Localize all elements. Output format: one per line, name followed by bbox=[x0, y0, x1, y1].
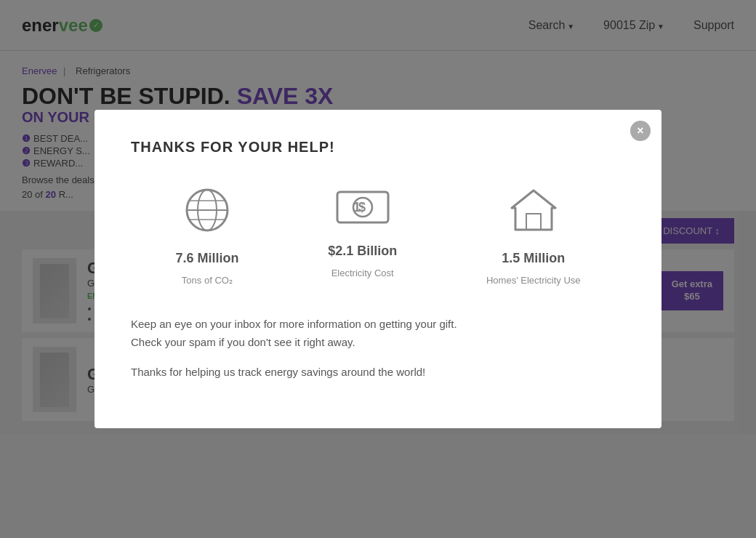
svg-text:1: 1 bbox=[353, 200, 361, 214]
modal-close-button[interactable]: × bbox=[630, 121, 651, 141]
modal: × THANKS FOR YOUR HELP! 7.6 Million Tons… bbox=[94, 110, 662, 429]
house-icon bbox=[508, 185, 559, 242]
stat-label-house: Homes' Electricity Use bbox=[486, 275, 581, 286]
stat-house: 1.5 Million Homes' Electricity Use bbox=[486, 185, 581, 286]
svg-marker-9 bbox=[512, 190, 555, 230]
stat-globe: 7.6 Million Tons of CO₂ bbox=[175, 185, 238, 286]
modal-overlay: × THANKS FOR YOUR HELP! 7.6 Million Tons… bbox=[0, 0, 756, 538]
stat-label-money: Electricity Cost bbox=[331, 268, 394, 278]
modal-message-line3: Thanks for helping us track energy savin… bbox=[131, 363, 625, 382]
globe-icon bbox=[182, 185, 233, 242]
modal-message: Keep an eye on your inbox for more infor… bbox=[131, 315, 625, 382]
stat-money: $ 1 $2.1 Billion Electricity Cost bbox=[328, 185, 397, 286]
stat-number-globe: 7.6 Million bbox=[175, 251, 238, 266]
svg-rect-10 bbox=[526, 214, 541, 230]
modal-message-line1: Keep an eye on your inbox for more infor… bbox=[131, 315, 625, 352]
modal-title: THANKS FOR YOUR HELP! bbox=[131, 139, 625, 156]
stat-number-house: 1.5 Million bbox=[502, 251, 565, 266]
stats-row: 7.6 Million Tons of CO₂ $ 1 $2.1 Billion… bbox=[131, 185, 625, 286]
stat-label-globe: Tons of CO₂ bbox=[182, 275, 233, 286]
stat-number-money: $2.1 Billion bbox=[328, 244, 397, 259]
money-icon: $ 1 bbox=[334, 185, 392, 235]
